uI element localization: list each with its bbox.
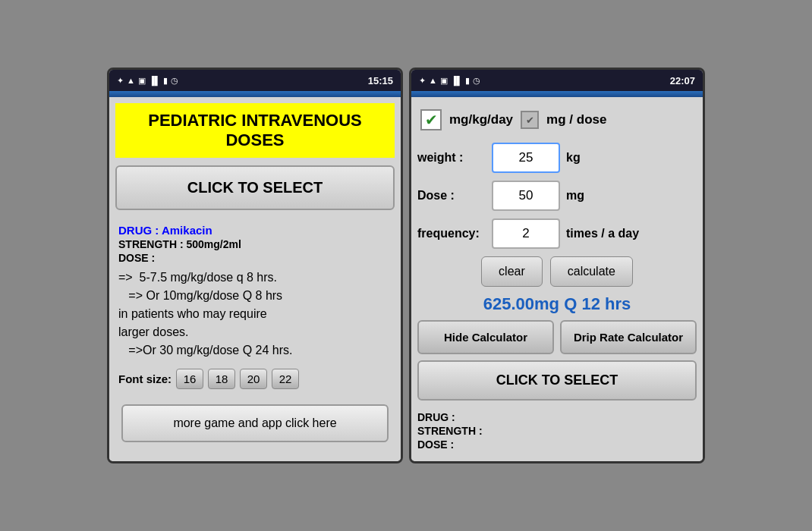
right-time: 22:07 (670, 75, 695, 86)
right-status-icons: ✦ ▲ ▣ ▐▌ ▮ ◷ (419, 76, 480, 86)
right-select-button[interactable]: CLICK TO SELECT (417, 360, 697, 401)
right-drug-label: DRUG : (417, 411, 697, 423)
wifi-icon-r: ▲ (429, 76, 437, 85)
right-drug-info: DRUG : STRENGTH : DOSE : (417, 408, 697, 455)
left-header-title: PEDIATRIC INTRAVENOUS DOSES (115, 103, 395, 158)
drug-dose-label: DOSE : (118, 252, 392, 264)
result-text: 625.00mg Q 12 hrs (417, 294, 697, 314)
drug-dose-text: => 5-7.5 mg/kg/dose q 8 hrs. => Or 10mg/… (118, 269, 392, 360)
label-mgkgday: mg/kg/day (449, 112, 513, 127)
left-status-bar: ✦ ▲ ▣ ▐▌ ▮ ◷ 15:15 (109, 70, 401, 91)
dose-row: Dose : mg (417, 181, 697, 211)
left-select-button[interactable]: CLICK TO SELECT (115, 165, 395, 210)
alarm-icon-r: ◷ (473, 76, 480, 86)
dose-label: Dose : (417, 189, 486, 203)
sim-icon-r: ▣ (440, 76, 448, 86)
font-size-16[interactable]: 16 (176, 369, 203, 389)
hide-calculator-button[interactable]: Hide Calculator (417, 320, 554, 354)
dose-unit: mg (566, 189, 584, 203)
right-phone-content: ✔ mg/kg/day ✔ mg / dose weight : kg Dose… (411, 97, 703, 461)
hide-drip-buttons: Hide Calculator Drip Rate Calculator (417, 320, 697, 354)
battery-icon-r: ▮ (465, 76, 470, 86)
font-size-22[interactable]: 22 (272, 369, 299, 389)
signal-icon: ▐▌ (149, 76, 161, 85)
drug-label-prefix: DRUG : (118, 224, 162, 237)
drip-rate-button[interactable]: Drip Rate Calculator (560, 320, 697, 354)
alarm-icon: ◷ (171, 76, 178, 86)
label-mgdose: mg / dose (546, 112, 606, 127)
left-phone: ✦ ▲ ▣ ▐▌ ▮ ◷ 15:15 PEDIATRIC INTRAVENOUS… (107, 68, 403, 463)
left-time: 15:15 (368, 75, 393, 86)
drug-name-line: DRUG : Amikacin (118, 224, 392, 237)
left-phone-content: PEDIATRIC INTRAVENOUS DOSES CLICK TO SEL… (109, 97, 401, 461)
clear-button[interactable]: clear (481, 256, 543, 287)
more-apps-button[interactable]: more game and app click here (121, 404, 389, 442)
bluetooth-icon: ✦ (117, 76, 124, 86)
bluetooth-icon-r: ✦ (419, 76, 426, 86)
weight-row: weight : kg (417, 143, 697, 173)
drug-name: Amikacin (162, 224, 212, 237)
right-status-bar: ✦ ▲ ▣ ▐▌ ▮ ◷ 22:07 (411, 70, 703, 91)
freq-input[interactable] (492, 218, 560, 249)
frequency-row: frequency: times / a day (417, 218, 697, 249)
checkbox-mgkgday[interactable]: ✔ (420, 109, 442, 130)
calc-action-buttons: clear calculate (417, 256, 697, 287)
weight-input[interactable] (492, 143, 560, 173)
signal-icon-r: ▐▌ (451, 76, 463, 85)
weight-unit: kg (566, 151, 581, 165)
font-size-row: Font size: 16 18 20 22 (118, 369, 392, 389)
right-accent-bar (411, 91, 703, 97)
right-dose-label-bottom: DOSE : (417, 438, 697, 451)
font-size-label: Font size: (118, 372, 172, 385)
freq-label: frequency: (417, 227, 486, 240)
drug-strength: STRENGTH : 500mg/2ml (118, 238, 392, 250)
font-size-20[interactable]: 20 (240, 369, 267, 389)
left-drug-info: DRUG : Amikacin STRENGTH : 500mg/2ml DOS… (115, 221, 395, 392)
right-phone: ✦ ▲ ▣ ▐▌ ▮ ◷ 22:07 ✔ mg/kg/day ✔ mg / do… (409, 68, 705, 463)
right-strength-label: STRENGTH : (417, 425, 697, 437)
calc-mode-header: ✔ mg/kg/day ✔ mg / dose (417, 103, 697, 137)
left-accent-bar (109, 91, 401, 97)
left-status-icons: ✦ ▲ ▣ ▐▌ ▮ ◷ (117, 76, 178, 86)
font-size-18[interactable]: 18 (208, 369, 235, 389)
weight-label: weight : (417, 151, 486, 165)
checkbox-mgdose[interactable]: ✔ (521, 111, 539, 129)
dose-input[interactable] (492, 181, 560, 211)
sim-icon: ▣ (138, 76, 146, 86)
battery-icon: ▮ (163, 76, 168, 86)
calculate-button[interactable]: calculate (550, 256, 633, 287)
wifi-icon: ▲ (127, 76, 135, 85)
freq-unit: times / a day (566, 227, 639, 240)
